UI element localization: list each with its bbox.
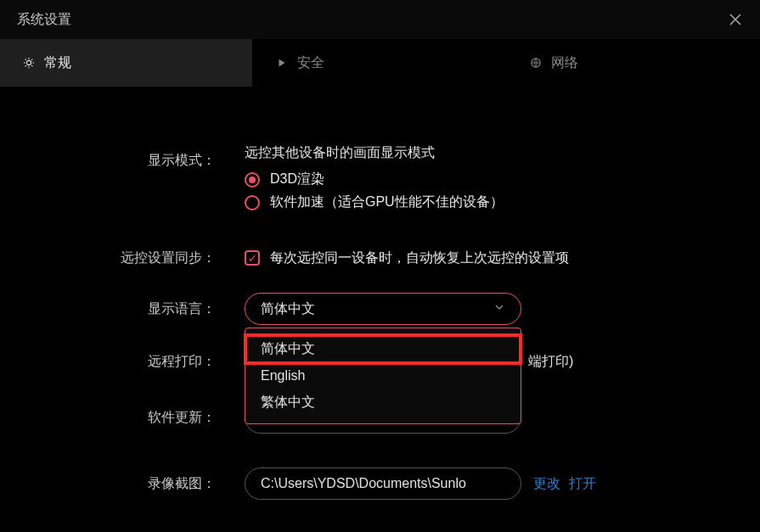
- globe-icon: [529, 56, 543, 70]
- tab-security[interactable]: 安全: [253, 39, 506, 87]
- language-label: 显示语言：: [34, 293, 245, 325]
- recording-change-link[interactable]: 更改: [533, 475, 560, 493]
- display-mode-label: 显示模式：: [34, 144, 245, 176]
- tab-general[interactable]: 常规: [0, 39, 253, 87]
- remote-print-trailing: 端打印): [528, 353, 573, 371]
- chevron-down-icon: [493, 301, 505, 316]
- checkbox-sync-label: 每次远控同一设备时，自动恢复上次远控的设置项: [270, 249, 569, 267]
- tab-network[interactable]: 网络: [507, 39, 760, 87]
- display-mode-desc: 远控其他设备时的画面显示模式: [245, 144, 726, 162]
- checkbox-checked-icon: ✓: [245, 250, 260, 266]
- svg-point-0: [26, 60, 31, 64]
- radio-d3d[interactable]: D3D渲染: [245, 171, 726, 188]
- radio-indicator-off-icon: [245, 195, 260, 210]
- language-option-zh-cn[interactable]: 简体中文: [245, 335, 521, 363]
- sync-label: 远控设置同步：: [34, 242, 245, 274]
- remote-print-label: 远程打印：: [34, 345, 245, 378]
- recording-path-box[interactable]: C:\Users\YDSD\Documents\Sunlo: [245, 468, 521, 500]
- close-button[interactable]: [726, 10, 745, 29]
- update-label: 软件更新：: [34, 401, 245, 434]
- row-sync: 远控设置同步： ✓ 每次远控同一设备时，自动恢复上次远控的设置项: [34, 242, 726, 274]
- row-language: 显示语言： 简体中文 简体中文 English 繁体中文: [34, 293, 726, 325]
- window-title: 系统设置: [17, 11, 71, 29]
- tab-network-label: 网络: [551, 54, 578, 72]
- checkbox-sync[interactable]: ✓ 每次远控同一设备时，自动恢复上次远控的设置项: [245, 249, 726, 267]
- settings-panel: 显示模式： 远控其他设备时的画面显示模式 D3D渲染 软件加速（适合GPU性能不…: [0, 87, 760, 500]
- tabs-bar: 常规 安全 网络: [0, 39, 760, 87]
- row-display-mode: 显示模式： 远控其他设备时的画面显示模式 D3D渲染 软件加速（适合GPU性能不…: [34, 144, 726, 216]
- shield-icon: [275, 56, 289, 70]
- close-icon: [729, 13, 742, 26]
- radio-software[interactable]: 软件加速（适合GPU性能不佳的设备）: [245, 193, 726, 211]
- language-dropdown: 简体中文 English 繁体中文: [245, 328, 521, 424]
- radio-indicator-on-icon: [245, 172, 260, 188]
- tab-general-label: 常规: [44, 54, 71, 72]
- titlebar: 系统设置: [0, 0, 760, 39]
- radio-d3d-label: D3D渲染: [270, 171, 324, 188]
- gear-icon: [22, 56, 36, 70]
- tab-security-label: 安全: [297, 54, 324, 72]
- recording-label: 录像截图：: [34, 468, 245, 500]
- language-option-en[interactable]: English: [245, 363, 521, 389]
- language-selected-value: 简体中文: [261, 300, 315, 318]
- recording-open-link[interactable]: 打开: [569, 475, 596, 493]
- language-option-zh-tw[interactable]: 繁体中文: [245, 389, 521, 417]
- language-select[interactable]: 简体中文 简体中文 English 繁体中文: [245, 293, 521, 325]
- row-recording: 录像截图： C:\Users\YDSD\Documents\Sunlo 更改 打…: [34, 468, 726, 500]
- radio-software-label: 软件加速（适合GPU性能不佳的设备）: [270, 193, 504, 211]
- recording-path-value: C:\Users\YDSD\Documents\Sunlo: [261, 476, 466, 491]
